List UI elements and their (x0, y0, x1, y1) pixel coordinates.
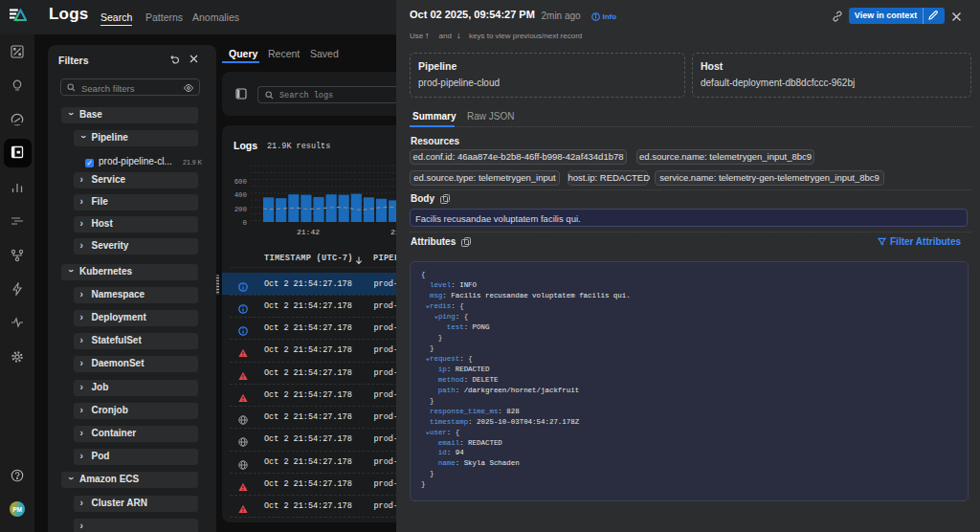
svg-text:21:42: 21:42 (297, 228, 320, 236)
svg-text:200: 200 (234, 206, 247, 213)
svg-text:400: 400 (234, 191, 247, 199)
svg-text:600: 600 (234, 178, 247, 186)
svg-text:0: 0 (243, 219, 247, 227)
